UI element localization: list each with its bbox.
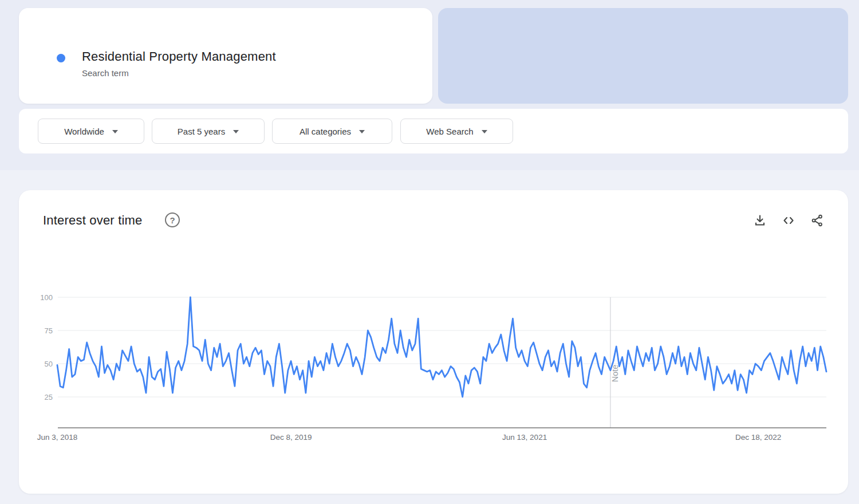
compare-button[interactable]: Compare — [438, 8, 848, 104]
time-range-filter-label: Past 5 years — [178, 127, 225, 136]
category-filter-dropdown[interactable]: All categories — [272, 119, 392, 144]
chevron-down-icon — [359, 130, 365, 133]
series-color-dot — [57, 54, 65, 62]
time-range-filter-dropdown[interactable]: Past 5 years — [152, 119, 265, 144]
geo-filter-dropdown[interactable]: Worldwide — [38, 119, 144, 144]
category-filter-label: All categories — [300, 127, 351, 136]
svg-text:Jun 3, 2018: Jun 3, 2018 — [37, 433, 78, 442]
search-type-filter-label: Web Search — [426, 127, 473, 136]
svg-text:Dec 8, 2019: Dec 8, 2019 — [270, 433, 312, 442]
search-term-subtitle: Search term — [82, 68, 129, 78]
search-term-card[interactable]: Residential Property Management Search t… — [19, 8, 432, 104]
chevron-down-icon — [482, 130, 487, 133]
svg-text:100: 100 — [40, 293, 53, 302]
svg-text:75: 75 — [45, 326, 53, 335]
search-type-filter-dropdown[interactable]: Web Search — [400, 119, 513, 144]
geo-filter-label: Worldwide — [64, 127, 104, 136]
search-term-title: Residential Property Management — [82, 49, 276, 64]
svg-text:Jun 13, 2021: Jun 13, 2021 — [502, 433, 547, 442]
svg-text:Dec 18, 2022: Dec 18, 2022 — [735, 433, 781, 442]
interest-over-time-chart[interactable]: 255075100NoteJun 3, 2018Dec 8, 2019Jun 1… — [19, 190, 848, 494]
svg-text:50: 50 — [45, 360, 53, 368]
chevron-down-icon — [112, 130, 118, 133]
filter-bar: Worldwide Past 5 years All categories We… — [19, 109, 848, 153]
svg-text:25: 25 — [45, 393, 53, 401]
interest-over-time-card: Interest over time ? 255075100NoteJun 3,… — [19, 190, 848, 494]
chevron-down-icon — [233, 130, 239, 133]
